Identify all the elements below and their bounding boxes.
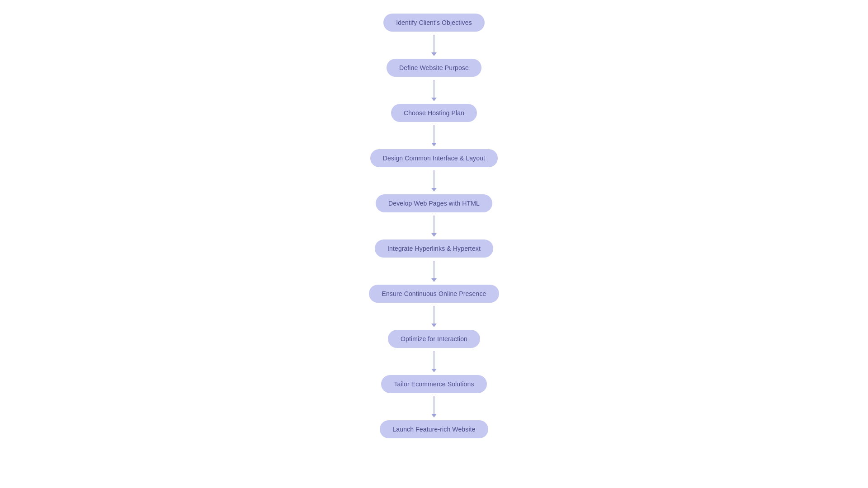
connector-arrow-8	[431, 393, 437, 420]
flowchart-node-define-purpose: Define Website Purpose	[387, 59, 481, 77]
connector-arrow-0	[431, 32, 437, 59]
connector-arrowhead-8	[431, 414, 437, 418]
flowchart-node-choose-hosting: Choose Hosting Plan	[391, 104, 477, 122]
connector-arrowhead-3	[431, 188, 437, 192]
connector-arrow-4	[431, 212, 437, 239]
connector-line-1	[434, 80, 434, 98]
flowchart-node-ensure-presence: Ensure Continuous Online Presence	[369, 285, 499, 303]
connector-line-2	[434, 125, 434, 143]
flowchart-node-identify-objectives: Identify Client's Objectives	[383, 14, 485, 32]
flowchart: Identify Client's ObjectivesDefine Websi…	[369, 9, 499, 438]
connector-line-3	[434, 170, 434, 188]
connector-arrowhead-0	[431, 52, 437, 56]
connector-arrowhead-1	[431, 98, 437, 101]
connector-arrowhead-5	[431, 278, 437, 282]
connector-arrowhead-2	[431, 143, 437, 146]
flowchart-node-optimize-interaction: Optimize for Interaction	[388, 330, 480, 348]
connector-line-0	[434, 35, 434, 53]
connector-arrow-6	[431, 303, 437, 330]
connector-line-4	[434, 216, 434, 234]
connector-line-6	[434, 306, 434, 324]
connector-arrowhead-4	[431, 233, 437, 237]
connector-line-5	[434, 261, 434, 279]
flowchart-node-integrate-hyperlinks: Integrate Hyperlinks & Hypertext	[375, 239, 493, 258]
connector-arrow-3	[431, 167, 437, 194]
connector-arrow-1	[431, 77, 437, 104]
connector-line-8	[434, 396, 434, 414]
flowchart-node-launch-website: Launch Feature-rich Website	[380, 420, 488, 438]
flowchart-node-tailor-ecommerce: Tailor Ecommerce Solutions	[381, 375, 486, 393]
connector-line-7	[434, 351, 434, 369]
connector-arrowhead-6	[431, 324, 437, 327]
connector-arrow-7	[431, 348, 437, 375]
flowchart-node-design-common: Design Common Interface & Layout	[370, 149, 498, 167]
connector-arrow-2	[431, 122, 437, 149]
connector-arrow-5	[431, 258, 437, 285]
connector-arrowhead-7	[431, 369, 437, 372]
flowchart-node-develop-pages: Develop Web Pages with HTML	[376, 194, 492, 212]
